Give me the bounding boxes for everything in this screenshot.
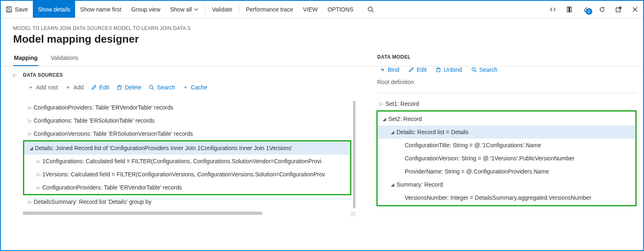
data-sources-panel: ▷ DATA SOURCES ＋ Add root ＋ Add Edit	[1, 66, 372, 250]
link-icon	[380, 67, 385, 73]
tree-row[interactable]: ▷ 1Versions: Calculated field = FILTER(C…	[24, 168, 350, 181]
tab-validations[interactable]: Validations	[50, 52, 79, 66]
edit-button[interactable]: Edit	[91, 84, 109, 91]
tree-row-label: ConfigurationVersions: Table 'ERSolution…	[34, 130, 193, 137]
tree-row[interactable]: ▷ ConfigurationProviders: Table 'ERVendo…	[23, 101, 351, 114]
dm-row-selected[interactable]: ◢ Details: Record list = Details	[378, 126, 635, 139]
view-button[interactable]: VIEW	[298, 1, 323, 18]
dm-row[interactable]: ◢ Set2: Record	[378, 112, 635, 126]
add-root-button[interactable]: ＋ Add root	[28, 84, 58, 91]
svg-point-18	[472, 68, 475, 71]
show-name-first-button[interactable]: Show name first	[75, 1, 126, 18]
chevron-right-icon: ▷	[35, 185, 42, 190]
root-definition-label: Root definition	[372, 77, 637, 89]
horizontal-scrollbar[interactable]	[23, 212, 355, 216]
attachments-button[interactable]: 0	[578, 6, 594, 13]
chevron-down-icon: ◢	[388, 130, 396, 135]
close-button[interactable]	[627, 7, 643, 12]
tree-row-label: ConfigurationProviders: Table 'ERVendorT…	[34, 104, 173, 111]
svg-rect-10	[118, 86, 121, 89]
tree-row[interactable]: ▷ Configurations: Table 'ERSolutionTable…	[23, 114, 351, 127]
tree-row-label: 1Versions: Calculated field = FILTER(Con…	[42, 171, 325, 178]
refresh-button[interactable]	[594, 6, 610, 13]
search-button-ds[interactable]: Search	[149, 84, 175, 91]
show-details-button[interactable]: Show details	[33, 1, 75, 18]
command-bar: Save Show details Show name first Group …	[1, 1, 643, 18]
cache-label: Cache	[191, 84, 207, 91]
save-icon	[6, 6, 12, 13]
save-button[interactable]: Save	[1, 1, 33, 18]
search-label-dm: Search	[479, 66, 497, 73]
divider	[377, 93, 637, 93]
unbind-button[interactable]: Unbind	[435, 66, 462, 73]
pencil-icon	[91, 84, 97, 90]
connector-icon[interactable]	[545, 6, 561, 13]
tree-row[interactable]: ▷ 1Configurations: Calculated field = FI…	[24, 155, 350, 168]
dm-row[interactable]: ConfigurationVersion: String = @.'1Versi…	[378, 152, 635, 165]
breadcrumb: MODEL TO LEARN JOIN DATA SOURCES MODEL T…	[13, 25, 631, 31]
svg-line-14	[152, 88, 154, 90]
svg-point-3	[368, 7, 372, 11]
data-model-panel: DATA MODEL Bind Edit Unbind Search Root …	[372, 52, 643, 250]
dm-row[interactable]: VersionsNumber: Integer = DetailsSummary…	[378, 191, 635, 204]
tree-row[interactable]: ▷ DetailsSummary: Record list 'Details' …	[23, 195, 351, 208]
validate-button[interactable]: Validate	[207, 1, 237, 18]
chevron-down-icon: ◢	[380, 116, 388, 122]
search-button[interactable]	[362, 1, 379, 18]
plus-icon: ＋	[183, 84, 188, 91]
delete-label: Delete	[125, 84, 141, 91]
unbind-label: Unbind	[444, 66, 462, 73]
data-model-toolbar: Bind Edit Unbind Search	[372, 65, 637, 77]
options-button[interactable]: OPTIONS	[323, 1, 358, 18]
popout-button[interactable]	[610, 6, 627, 13]
scrollbar-thumb[interactable]	[23, 212, 262, 215]
bind-button[interactable]: Bind	[380, 66, 399, 73]
add-root-label: Add root	[36, 84, 58, 91]
tree-row[interactable]: ▷ ConfigurationProviders: Table 'ERVendo…	[24, 181, 350, 194]
tab-mapping[interactable]: Mapping	[13, 52, 39, 66]
chevron-right-icon: ▷	[377, 101, 385, 107]
dm-row-label: ConfigurationVersion: String = @.'1Versi…	[405, 155, 575, 162]
tree-row[interactable]: ▷ ConfigurationVersions: Table 'ERSoluti…	[23, 127, 351, 140]
view-label: VIEW	[303, 6, 318, 13]
show-all-button[interactable]: Show all	[165, 1, 204, 18]
main: ▷ DATA SOURCES ＋ Add root ＋ Add Edit	[1, 66, 643, 250]
tree-row-label: Details: Joined Record list of 'Configur…	[35, 145, 292, 151]
search-label: Search	[157, 84, 175, 91]
options-label: OPTIONS	[328, 6, 353, 13]
office-icon[interactable]	[561, 6, 578, 13]
svg-rect-15	[437, 68, 440, 72]
search-button-dm[interactable]: Search	[471, 66, 497, 73]
edit-label: Edit	[99, 84, 109, 91]
collapse-icon[interactable]: ▷	[13, 73, 16, 78]
page-header: MODEL TO LEARN JOIN DATA SOURCES MODEL T…	[1, 18, 643, 48]
tree-row-label: ConfigurationProviders: Table 'ERVendorT…	[42, 184, 182, 191]
svg-line-19	[475, 71, 477, 72]
dm-row[interactable]: ProviderName: String = @.ConfigurationPr…	[378, 165, 635, 178]
chevron-right-icon: ▷	[26, 131, 34, 137]
cache-button[interactable]: ＋ Cache	[183, 84, 207, 91]
dm-row[interactable]: ◢ Summary: Record	[378, 178, 635, 191]
delete-button[interactable]: Delete	[117, 84, 141, 91]
edit-label-dm: Edit	[417, 66, 426, 73]
svg-line-4	[372, 11, 374, 12]
tab-mapping-label: Mapping	[14, 55, 38, 61]
page-title: Model mapping designer	[13, 33, 631, 46]
separator	[239, 4, 239, 14]
add-button[interactable]: ＋ Add	[65, 84, 84, 91]
search-icon	[149, 84, 154, 90]
trash-icon	[117, 84, 122, 90]
dm-row-label: ConfigurationTitle: String = @.'1Configu…	[405, 142, 541, 148]
dm-row[interactable]: ConfigurationTitle: String = @.'1Configu…	[378, 139, 635, 152]
trash-icon	[435, 67, 441, 73]
search-icon	[471, 67, 477, 73]
performance-trace-button[interactable]: Performance trace	[241, 1, 298, 18]
group-view-button[interactable]: Group view	[126, 1, 165, 18]
data-sources-header: DATA SOURCES	[23, 70, 364, 81]
edit-button-dm[interactable]: Edit	[408, 66, 426, 73]
plus-icon: ＋	[65, 84, 71, 91]
tree-row-label: DetailsSummary: Record list 'Details' gr…	[34, 199, 151, 205]
tree-row-selected[interactable]: ◢ Details: Joined Record list of 'Config…	[24, 141, 350, 155]
dm-row[interactable]: ▷ Set1: Record	[375, 97, 637, 110]
group-view-label: Group view	[131, 6, 160, 13]
